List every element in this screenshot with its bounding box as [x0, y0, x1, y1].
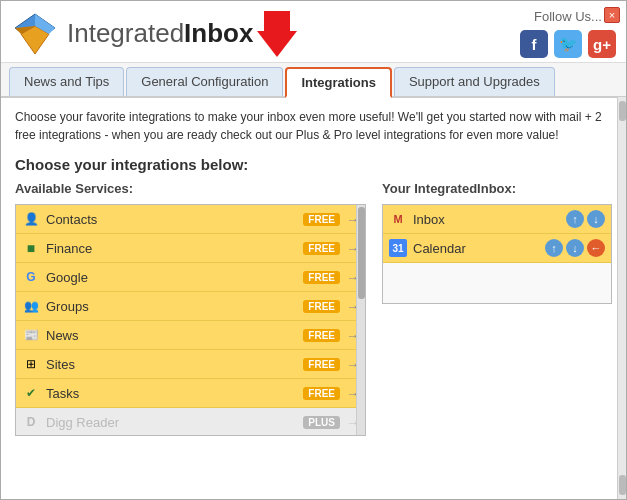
service-google[interactable]: G Google FREE → [16, 263, 365, 292]
sites-name: Sites [46, 357, 297, 372]
header-right: Follow Us... f 🐦 g+ [520, 9, 616, 58]
service-tasks[interactable]: ✔ Tasks FREE → [16, 379, 365, 408]
news-icon: 📰 [22, 326, 40, 344]
facebook-button[interactable]: f [520, 30, 548, 58]
tab-news-and-tips[interactable]: News and Tips [9, 67, 124, 96]
calendar-down-button[interactable]: ↓ [566, 239, 584, 257]
google-badge: FREE [303, 271, 340, 284]
calendar-remove-button[interactable]: ← [587, 239, 605, 257]
googleplus-button[interactable]: g+ [588, 30, 616, 58]
finance-badge: FREE [303, 242, 340, 255]
logo-text: Integrated Inbox [67, 11, 297, 57]
service-news[interactable]: 📰 News FREE → [16, 321, 365, 350]
finance-name: Finance [46, 241, 297, 256]
close-button[interactable]: × [604, 7, 620, 23]
service-sites[interactable]: ⊞ Sites FREE → [16, 350, 365, 379]
google-icon: G [22, 268, 40, 286]
main-window: × Integrated Inbox Follow Us... [0, 0, 627, 500]
inbox-icon: M [389, 210, 407, 228]
social-icons: f 🐦 g+ [520, 30, 616, 58]
tasks-badge: FREE [303, 387, 340, 400]
integrations-layout: Available Services: 👤 Contacts FREE → ■ … [15, 181, 612, 489]
service-digg-reader[interactable]: D Digg Reader PLUS → [16, 408, 365, 435]
groups-icon: 👥 [22, 297, 40, 315]
finance-icon: ■ [22, 239, 40, 257]
available-services-column: Available Services: 👤 Contacts FREE → ■ … [15, 181, 366, 489]
inbox-down-button[interactable]: ↓ [587, 210, 605, 228]
inbox-name: Inbox [413, 212, 560, 227]
digg-reader-icon: D [22, 413, 40, 431]
main-scrollbar-bottom[interactable] [619, 475, 626, 495]
contacts-badge: FREE [303, 213, 340, 226]
sites-icon: ⊞ [22, 355, 40, 373]
available-header: Available Services: [15, 181, 366, 196]
service-groups[interactable]: 👥 Groups FREE → [16, 292, 365, 321]
your-calendar: 31 Calendar ↑ ↓ ← [383, 234, 611, 263]
calendar-name: Calendar [413, 241, 539, 256]
content-area: Choose your favorite integrations to mak… [1, 98, 626, 499]
sites-badge: FREE [303, 358, 340, 371]
logo-area: Integrated Inbox [11, 10, 297, 58]
contacts-icon: 👤 [22, 210, 40, 228]
your-services-column: Your IntegratedInbox: M Inbox ↑ ↓ 31 Cal… [382, 181, 612, 489]
calendar-icon: 31 [389, 239, 407, 257]
scrollbar[interactable] [356, 205, 365, 435]
tab-general-configuration[interactable]: General Configuration [126, 67, 283, 96]
digg-reader-badge: PLUS [303, 416, 340, 429]
section-title: Choose your integrations below: [15, 156, 612, 173]
scrollbar-thumb[interactable] [358, 207, 365, 299]
your-inbox: M Inbox ↑ ↓ [383, 205, 611, 234]
services-list[interactable]: 👤 Contacts FREE → ■ Finance FREE → [16, 205, 365, 435]
google-name: Google [46, 270, 297, 285]
news-name: News [46, 328, 297, 343]
calendar-controls: ↑ ↓ ← [545, 239, 605, 257]
intro-text: Choose your favorite integrations to mak… [15, 108, 612, 144]
logo-icon [11, 10, 59, 58]
follow-label: Follow Us... [534, 9, 602, 24]
tab-support-and-upgrades[interactable]: Support and Upgrades [394, 67, 555, 96]
twitter-button[interactable]: 🐦 [554, 30, 582, 58]
service-finance[interactable]: ■ Finance FREE → [16, 234, 365, 263]
your-header: Your IntegratedInbox: [382, 181, 612, 196]
main-scrollbar[interactable] [617, 97, 626, 499]
contacts-name: Contacts [46, 212, 297, 227]
service-contacts[interactable]: 👤 Contacts FREE → [16, 205, 365, 234]
logo-arrow-icon [257, 11, 297, 57]
nav-tabs: News and Tips General Configuration Inte… [1, 63, 626, 98]
tasks-name: Tasks [46, 386, 297, 401]
calendar-up-button[interactable]: ↑ [545, 239, 563, 257]
main-scrollbar-thumb[interactable] [619, 101, 626, 121]
tab-integrations[interactable]: Integrations [285, 67, 391, 98]
your-services-list: M Inbox ↑ ↓ 31 Calendar ↑ ↓ ← [382, 204, 612, 304]
groups-badge: FREE [303, 300, 340, 313]
title-bar: Integrated Inbox Follow Us... f 🐦 g+ [1, 1, 626, 63]
services-list-wrap: 👤 Contacts FREE → ■ Finance FREE → [15, 204, 366, 436]
tasks-icon: ✔ [22, 384, 40, 402]
inbox-controls: ↑ ↓ [566, 210, 605, 228]
digg-reader-name: Digg Reader [46, 415, 297, 430]
groups-name: Groups [46, 299, 297, 314]
inbox-up-button[interactable]: ↑ [566, 210, 584, 228]
news-badge: FREE [303, 329, 340, 342]
